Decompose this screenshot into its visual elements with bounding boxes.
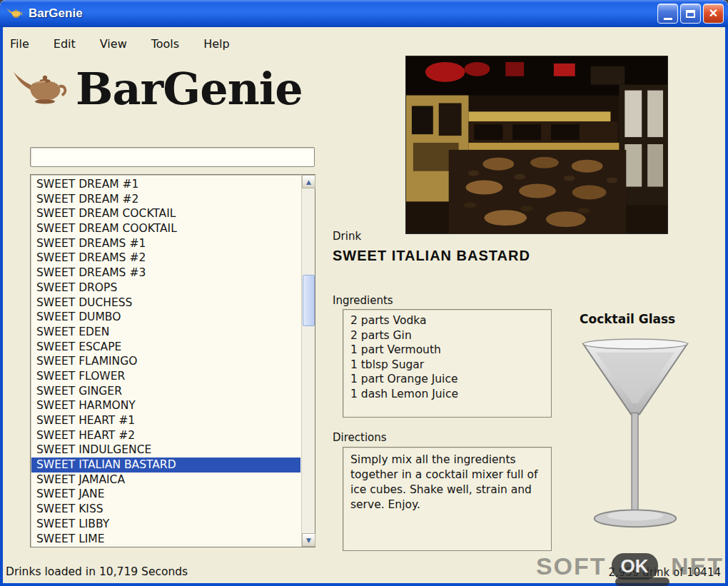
drink-list-item[interactable]: SWEET HEART #2 <box>31 428 300 443</box>
window-border-right <box>725 27 728 586</box>
minimize-icon <box>664 18 672 20</box>
drink-label: Drink <box>333 230 361 243</box>
drink-list-item[interactable]: SWEET FLOWER <box>31 369 300 384</box>
genie-lamp-icon <box>6 6 24 21</box>
drink-list-item[interactable]: SWEET DROPS <box>31 281 300 295</box>
ingredient-line: 1 part Vermouth <box>350 343 551 358</box>
drink-list-item[interactable]: SWEET ITALIAN BASTARD <box>31 458 300 473</box>
directions-box: Simply mix all the ingredients together … <box>343 447 552 551</box>
ingredient-line: 2 parts Gin <box>350 328 551 343</box>
menu-item[interactable]: Tools <box>148 36 182 52</box>
menu-item[interactable]: Help <box>201 36 232 52</box>
ingredient-line: 1 dash Lemon Juice <box>350 387 551 402</box>
minimize-button[interactable] <box>657 4 678 24</box>
drink-list: SWEET DREAM #1SWEET DREAM #2SWEET DREAM … <box>31 177 300 546</box>
ingredients-box: 2 parts Vodka2 parts Gin1 part Vermouth1… <box>343 309 552 418</box>
glass-type-label: Cocktail Glass <box>580 312 675 326</box>
menu-item[interactable]: Edit <box>51 36 79 52</box>
menu-item[interactable]: File <box>7 36 32 52</box>
drink-list-item[interactable]: SWEET LIBBY <box>31 517 300 532</box>
drink-list-item[interactable]: SWEET HARMONY <box>31 398 300 413</box>
close-button[interactable]: ✕ <box>703 4 724 24</box>
ingredient-line: 1 tblsp Sugar <box>350 358 551 373</box>
watermark-pill <box>615 577 669 586</box>
drink-list-item[interactable]: SWEET JANE <box>31 487 300 502</box>
ingredient-line: 1 part Orange Juice <box>350 372 551 387</box>
watermark: SOFT OK .NET <box>536 552 724 580</box>
drink-list-item[interactable]: SWEET GINGER <box>31 384 300 399</box>
drink-list-item[interactable]: SWEET DREAM #1 <box>31 177 300 192</box>
drink-list-item[interactable]: SWEET EDEN <box>31 325 300 340</box>
drink-list-item[interactable]: SWEET DUMBO <box>31 310 300 325</box>
watermark-badge: OK <box>612 553 658 580</box>
window-controls: ✕ <box>657 4 724 24</box>
drink-list-item[interactable]: SWEET DUCHESS <box>31 295 300 310</box>
scroll-up-arrow[interactable]: ▲ <box>302 175 315 188</box>
drink-list-item[interactable]: SWEET KISS <box>31 502 300 517</box>
drink-list-item[interactable]: SWEET DREAM #2 <box>31 192 300 207</box>
genie-lamp-logo-icon <box>10 66 73 113</box>
watermark-prefix: SOFT <box>536 552 607 580</box>
search-input[interactable] <box>30 147 315 167</box>
drink-list-item[interactable]: SWEET JAMAICA <box>31 473 300 488</box>
directions-label: Directions <box>333 431 387 444</box>
status-load-time: Drinks loaded in 10,719 Seconds <box>6 565 188 578</box>
list-scrollbar: ▲ ▼ <box>301 175 315 547</box>
cocktail-glass-image <box>571 334 699 538</box>
app-logo-text: BarGenie <box>76 67 303 111</box>
app-window: BarGenie ✕ FileEditViewToolsHelp BarGeni… <box>0 0 728 586</box>
ingredient-line: 2 parts Vodka <box>350 313 551 328</box>
drink-list-item[interactable]: SWEET DREAMS #1 <box>31 236 300 251</box>
bar-interior-photo <box>405 56 668 234</box>
window-border-left <box>0 27 3 586</box>
scrollbar-thumb[interactable] <box>303 275 315 326</box>
ingredients-label: Ingredients <box>333 294 393 307</box>
menu-bar: FileEditViewToolsHelp <box>7 33 233 54</box>
drink-list-item[interactable]: SWEET ESCAPE <box>31 340 300 355</box>
close-icon: ✕ <box>709 8 718 19</box>
drink-name: SWEET ITALIAN BASTARD <box>333 248 530 264</box>
drink-list-item[interactable]: SWEET DREAMS #2 <box>31 251 300 266</box>
window-title: BarGenie <box>29 6 657 21</box>
menu-item[interactable]: View <box>97 36 130 52</box>
maximize-button[interactable] <box>680 4 701 24</box>
drink-list-item[interactable]: SWEET DREAM COOKTAIL <box>31 221 300 236</box>
drink-list-item[interactable]: SWEET FLAMINGO <box>31 354 300 369</box>
maximize-icon <box>686 10 695 18</box>
drink-list-item[interactable]: SWEET LIME <box>31 532 300 547</box>
drink-listbox: SWEET DREAM #1SWEET DREAM #2SWEET DREAM … <box>30 174 315 547</box>
scroll-down-arrow[interactable]: ▼ <box>302 533 315 547</box>
watermark-suffix: .NET <box>663 552 724 580</box>
drink-list-item[interactable]: SWEET DREAMS #3 <box>31 266 300 281</box>
titlebar: BarGenie ✕ <box>0 0 728 27</box>
drink-list-item[interactable]: SWEET DREAM COCKTAIL <box>31 206 300 221</box>
drink-list-item[interactable]: SWEET HEART #1 <box>31 413 300 428</box>
app-logo: BarGenie <box>10 66 303 113</box>
drink-list-item[interactable]: SWEET INDULGENCE <box>31 443 300 458</box>
